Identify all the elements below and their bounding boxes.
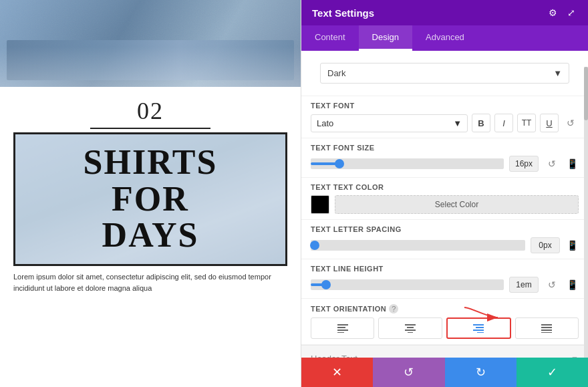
preview-top-image [0,0,301,87]
scroll-thumb [584,67,588,120]
settings-header: Text Settings ⚙ ⤢ [301,0,588,25]
annotation-arrow [461,304,501,323]
header-text-section[interactable]: Header Text ▼ [301,345,588,358]
text-color-row: Text Text Color Select Color [301,178,588,220]
settings-header-icons: ⚙ ⤢ [547,7,577,19]
expand-icon[interactable]: ⤢ [565,7,577,19]
reset-button[interactable]: ↺ [373,358,444,387]
select-color-button[interactable]: Select Color [335,195,579,214]
font-underline-button[interactable]: U [540,114,559,132]
color-swatch[interactable] [311,195,329,214]
settings-body: Dark ▼ Text Font Lato ▼ B I TT U ↺ Text … [301,51,588,358]
preview-hero: SHIRTS FOR DAYS [13,132,287,266]
text-font-label: Text Font [311,102,579,110]
chevron-down-icon: ▼ [553,68,562,78]
font-size-row: Text Font Size 16px ↺ 📱 [301,138,588,178]
font-size-reset-icon[interactable]: ↺ [544,156,560,172]
tab-design[interactable]: Design [359,25,412,51]
font-select-dropdown[interactable]: Lato ▼ [311,114,468,132]
help-icon[interactable]: ? [389,304,398,313]
line-height-device-icon[interactable]: 📱 [565,278,579,291]
tab-content[interactable]: Content [301,25,359,51]
orient-justify-button[interactable] [515,317,579,339]
letter-spacing-label: Text Letter Spacing [311,225,579,233]
preview-panel: 02 SHIRTS FOR DAYS Lorem ipsum dolor sit… [0,0,301,387]
letter-spacing-slider-row: 0px 📱 [311,237,579,253]
tab-advanced[interactable]: Advanced [412,25,478,51]
letter-spacing-value: 0px [531,237,560,253]
font-size-label: Text Font Size [311,144,579,152]
line-height-label: Text Line Height [311,265,579,273]
font-size-device-icon[interactable]: 📱 [565,157,579,170]
preview-number-line [90,128,210,129]
font-size-slider-row: 16px ↺ 📱 [311,156,579,172]
line-height-value: 1em [509,277,539,293]
letter-spacing-row: Text Letter Spacing 0px 📱 [301,220,588,259]
font-tt-button[interactable]: TT [517,114,536,132]
orientation-controls [311,317,579,339]
preset-row: Dark ▼ [301,51,588,96]
font-reset-icon[interactable]: ↺ [563,115,579,131]
settings-panel-title: Text Settings [312,7,374,19]
preset-dropdown[interactable]: Dark ▼ [320,63,569,84]
orient-left-button[interactable] [311,317,374,339]
letter-spacing-slider[interactable] [311,240,525,251]
orientation-row: Text Orientation ? [301,299,588,345]
redo-button[interactable]: ↻ [445,358,517,387]
preview-number-section: 02 [0,87,301,129]
letter-spacing-device-icon[interactable]: 📱 [565,239,579,252]
orientation-label: Text Orientation [311,305,386,313]
line-height-slider-row: 1em ↺ 📱 [311,277,579,293]
font-size-slider[interactable] [311,158,504,169]
font-italic-button[interactable]: I [494,114,513,132]
orient-center-button[interactable] [378,317,442,339]
font-chevron-icon: ▼ [453,118,462,128]
scroll-indicator [584,67,588,358]
settings-tabs: Content Design Advanced [301,25,588,51]
line-height-slider[interactable] [311,279,504,290]
settings-footer: ✕ ↺ ↻ ✓ [301,358,588,387]
preview-number: 02 [137,97,164,125]
font-size-value: 16px [509,156,539,172]
font-bold-button[interactable]: B [472,114,490,132]
line-height-row: Text Line Height 1em ↺ 📱 [301,259,588,299]
settings-icon[interactable]: ⚙ [547,7,559,19]
font-controls: Lato ▼ B I TT U ↺ [311,114,579,132]
color-controls: Select Color [311,195,579,214]
text-font-row: Text Font Lato ▼ B I TT U ↺ [301,96,588,138]
cancel-button[interactable]: ✕ [301,358,373,387]
text-color-label: Text Text Color [311,183,579,191]
preview-body-text: Lorem ipsum dolor sit amet, consectetur … [0,266,301,299]
confirm-button[interactable]: ✓ [517,358,588,387]
settings-panel: Text Settings ⚙ ⤢ Content Design Advance… [301,0,588,387]
line-height-reset-icon[interactable]: ↺ [544,277,560,293]
preview-hero-text: SHIRTS FOR DAYS [84,144,218,254]
